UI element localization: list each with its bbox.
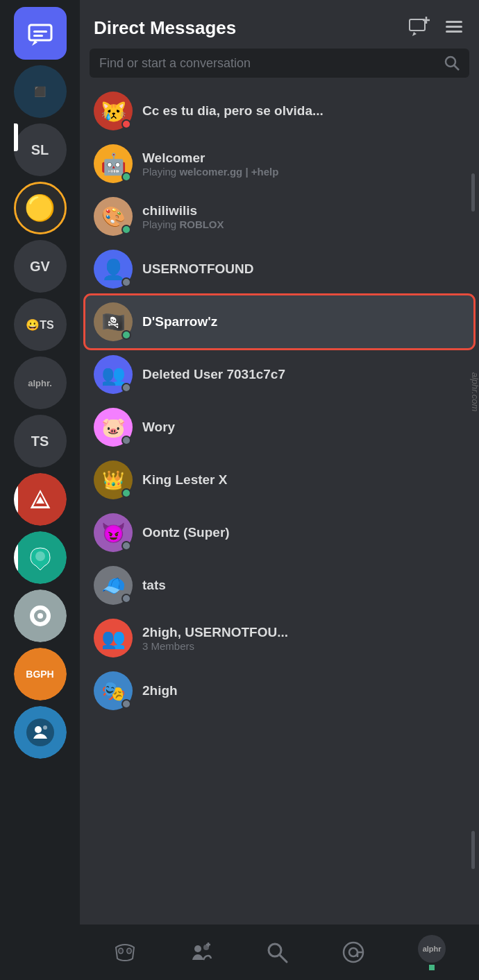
avatar: 🎭 [94,671,133,710]
sidebar-icon-sl[interactable]: SL [14,123,67,176]
panel-header: Direct Messages [80,0,479,49]
conv-status: Playing ROBLOX [142,218,465,230]
status-dot [121,699,131,709]
status-dot [121,436,131,445]
conv-status: 3 Members [142,640,465,652]
avatar: 👑 [94,461,133,499]
conv-status: Playing welcomer.gg | +help [142,166,465,178]
conv-info: King Lester X [142,472,465,488]
bottom-nav-friends[interactable] [190,940,213,964]
conv-info: tats [142,578,465,593]
conv-info: Cc es tu dia, pero se olvida... [142,103,465,119]
svg-rect-1 [33,31,47,33]
conv-info: Oontz (Super) [142,525,465,540]
main-panel: Direct Messages [80,0,479,980]
svg-line-28 [280,955,287,962]
conv-info: 2high, USERNOTFOU... 3 Members [142,625,465,652]
svg-point-6 [35,551,45,561]
conv-name: Wory [142,420,465,435]
panel-title: Direct Messages [94,17,236,39]
svg-rect-11 [410,19,425,31]
conv-name: D'Sparrow'z [142,314,465,329]
sidebar-icon-bgph[interactable]: BGPH [14,648,67,700]
sidebar-icon-alphr[interactable]: alphr. [14,356,67,409]
sidebar-icon-server1[interactable]: ⬛ [14,65,67,118]
status-dot [121,119,131,129]
alphr-online-dot [429,965,435,970]
bottom-nav-discord[interactable] [113,940,137,964]
list-item[interactable]: 🎭 2high [85,664,473,717]
scrollbar-thumb-top [471,173,475,212]
conv-name: Welcomer [142,151,465,166]
list-item[interactable]: 🏴‍☠️ D'Sparrow'z [85,295,473,348]
sidebar-icon-ts2[interactable]: TS [14,415,67,467]
conv-name: Deleted User 7031c7c7 [142,367,465,382]
status-dot [121,488,131,498]
list-item[interactable]: 👤 USERNOTFOUND [85,243,473,295]
bottom-nav-alphr[interactable]: alphr [418,935,446,970]
sidebar-icon-lego[interactable]: 🟡 [14,182,67,234]
svg-rect-14 [446,21,462,23]
list-item[interactable]: 😈 Oontz (Super) [85,506,473,559]
conv-info: Wory [142,420,465,435]
sidebar-icon-sl-wrap: SL [14,123,67,176]
menu-button[interactable] [443,15,465,40]
conv-info: chiliwilis Playing ROBLOX [142,203,465,230]
conv-name: King Lester X [142,472,465,488]
sidebar: ⬛ SL 🟡 GV 😀TS alphr. TS [0,0,80,980]
search-input[interactable] [99,56,437,71]
svg-rect-16 [446,31,462,33]
sidebar-icon-ts[interactable]: 😀TS [14,298,67,351]
avatar: 😈 [94,513,133,552]
svg-point-8 [37,613,43,619]
sidebar-arrow [14,123,18,151]
sidebar-icon-photo[interactable] [14,706,67,759]
conversation-list: 😿 Cc es tu dia, pero se olvida... 🤖 Welc… [80,85,479,925]
conv-name: chiliwilis [142,203,465,218]
sidebar-icon-messages[interactable] [14,7,67,60]
conv-name: 2high, USERNOTFOU... [142,625,465,640]
avatar: 🧢 [94,566,133,605]
conv-info: USERNOTFOUND [142,261,465,277]
status-dot [121,277,131,287]
avatar: 👥 [94,355,133,394]
status-dot [121,330,131,340]
status-dot [121,225,131,234]
conv-info: Welcomer Playing welcomer.gg | +help [142,151,465,178]
conv-name: Oontz (Super) [142,525,465,540]
svg-point-22 [127,949,131,953]
list-item[interactable]: 🐷 Wory [85,401,473,454]
list-item[interactable]: 😿 Cc es tu dia, pero se olvida... [85,85,473,137]
avatar: 👤 [94,250,133,289]
svg-rect-2 [33,35,43,37]
sidebar-icon-red[interactable] [14,473,67,526]
list-item[interactable]: 🧢 tats [85,559,473,612]
svg-point-9 [35,726,42,733]
list-item[interactable]: 👥 2high, USERNOTFOU... 3 Members [85,612,473,664]
sidebar-icon-circle[interactable] [14,590,67,642]
new-dm-button[interactable] [407,14,432,42]
header-icons [407,14,465,42]
list-item[interactable]: 🎨 chiliwilis Playing ROBLOX [85,190,473,243]
svg-point-17 [446,57,455,67]
status-dot [121,541,131,551]
search-icon [444,55,460,71]
conv-name: Cc es tu dia, pero se olvida... [142,103,465,119]
svg-rect-15 [446,26,462,28]
list-item[interactable]: 👑 King Lester X [85,454,473,506]
sidebar-icon-gv[interactable]: GV [14,240,67,293]
avatar: 🤖 [94,144,133,183]
avatar: 🐷 [94,408,133,447]
list-item[interactable]: 👥 Deleted User 7031c7c7 [85,348,473,401]
bottom-nav-mentions[interactable] [342,940,365,964]
list-item[interactable]: 🤖 Welcomer Playing welcomer.gg | +help [85,137,473,190]
sidebar-icon-teal[interactable] [14,531,67,584]
avatar: 🏴‍☠️ [94,302,133,341]
svg-point-30 [349,948,358,956]
bottom-nav-search[interactable] [265,940,289,964]
conv-name: tats [142,578,465,593]
conv-name: 2high [142,683,465,698]
search-bar[interactable] [90,49,469,78]
avatar: 🎨 [94,197,133,236]
svg-point-21 [119,949,122,953]
